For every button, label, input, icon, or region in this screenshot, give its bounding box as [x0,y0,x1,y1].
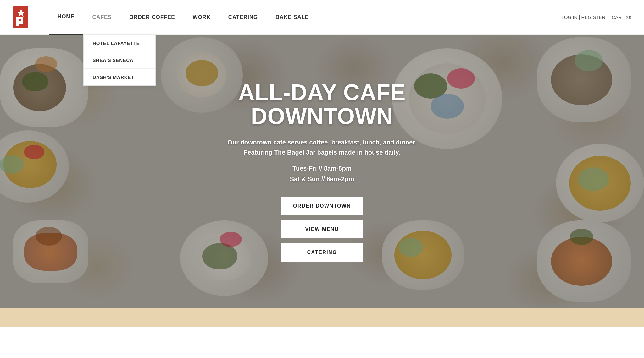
dropdown-item-sheas-seneca[interactable]: SHEA'S SENECA [84,52,155,69]
logo-container[interactable] [13,5,30,29]
svg-rect-1 [13,6,28,28]
nav-item-work[interactable]: WORK [184,0,219,35]
hero-buttons: ORDER DOWNTOWN VIEW MENU CATERING [218,197,426,262]
cafes-dropdown-menu: HOTEL LAFAYETTE SHEA'S SENECA DASH'S MAR… [83,35,156,86]
hero-subtitle: Our downtown café serves coffee, breakfa… [218,137,426,157]
svg-rect-6 [21,17,23,24]
header: HOME CAFES HOTEL LAFAYETTE SHEA'S SENECA… [0,0,644,35]
nav-item-bake-sale[interactable]: BAKE SALE [267,0,318,35]
nav-item-home[interactable]: HOME [49,0,83,35]
main-nav: HOME CAFES HOTEL LAFAYETTE SHEA'S SENECA… [49,0,561,35]
view-menu-button[interactable]: VIEW MENU [281,220,363,238]
order-downtown-button[interactable]: ORDER DOWNTOWN [281,197,363,215]
catering-button[interactable]: CATERING [281,243,363,262]
dropdown-item-hotel-lafayette[interactable]: HOTEL LAFAYETTE [84,35,155,52]
hero-title: ALL-DAY CAFE DOWNTOWN [218,81,426,128]
hero-hours: Tues-Fri // 8am-5pm Sat & Sun // 8am-2pm [218,163,426,184]
dropdown-item-dashs-market[interactable]: DASH'S MARKET [84,69,155,85]
header-right: LOG IN | REGISTER CART (0) [561,14,631,20]
hero-content: ALL-DAY CAFE DOWNTOWN Our downtown café … [212,81,432,261]
nav-item-cafes[interactable]: CAFES [83,0,120,35]
bottom-bar [0,308,644,327]
auth-links[interactable]: LOG IN | REGISTER [561,14,605,20]
nav-item-catering[interactable]: CATERING [219,0,267,35]
cart-link[interactable]: CART (0) [612,14,631,20]
nav-item-order-coffee[interactable]: ORDER COFFEE [120,0,184,35]
logo-icon [13,5,30,29]
cafes-nav-wrapper: CAFES HOTEL LAFAYETTE SHEA'S SENECA DASH… [83,0,120,35]
